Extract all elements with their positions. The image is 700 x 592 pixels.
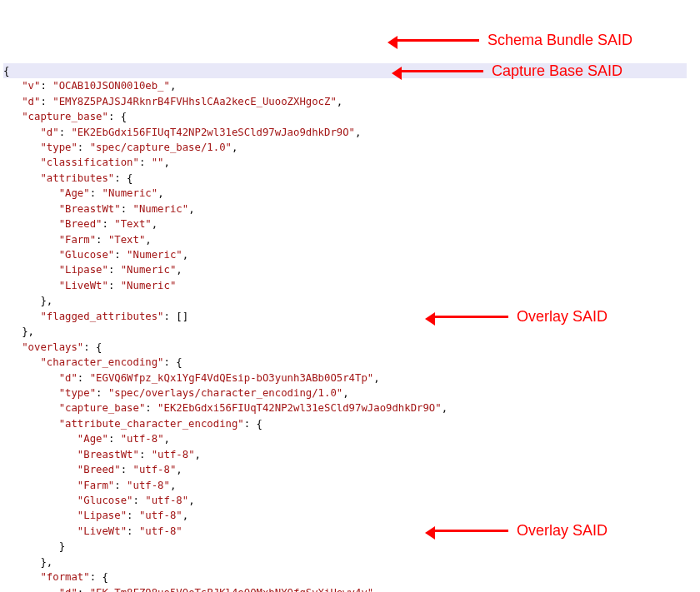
line: "LiveWt": "utf-8" <box>3 525 182 537</box>
annotation-schema-bundle-said: Schema Bundle SAID <box>488 29 632 52</box>
line: "flagged_attributes": [] <box>3 311 188 322</box>
line: "Age": "utf-8", <box>3 433 170 445</box>
line: }, <box>3 295 52 306</box>
line: "type": "spec/overlays/character_encodin… <box>3 387 349 399</box>
line: "classification": "", <box>3 157 170 168</box>
line: "v": "OCAB10JSON0010eb_", <box>3 80 176 92</box>
line: }, <box>3 326 34 337</box>
line: "Glucose": "utf-8", <box>3 495 195 506</box>
line: "overlays": { <box>3 341 102 353</box>
line: "BreastWt": "Numeric", <box>3 203 195 215</box>
line: "Farm": "utf-8", <box>3 480 176 491</box>
line: "attribute_character_encoding": { <box>3 418 262 430</box>
line: }, <box>3 556 52 568</box>
line: "type": "spec/capture_base/1.0", <box>3 142 238 153</box>
line: "character_encoding": { <box>3 356 182 368</box>
line: "d": "EMY8Z5PAJSJ4RknrB4FVHhslCAa2kecE_U… <box>3 96 342 107</box>
arrow-icon <box>433 530 508 532</box>
line: "d": "EK2EbGdxi56FIUqT42NP2wl31eSCld97wJ… <box>3 127 361 138</box>
line: "d": "EGVQ6Wfpz_kQx1YgF4VdQEsip-bO3yunh3… <box>3 372 380 384</box>
arrow-icon <box>396 39 479 42</box>
line: "Lipase": "utf-8", <box>3 510 188 521</box>
line: "BreastWt": "utf-8", <box>3 449 201 460</box>
line: "capture_base": { <box>3 111 127 122</box>
line: "capture_base": "EK2EbGdxi56FIUqT42NP2wl… <box>3 402 448 414</box>
line: "Glucose": "Numeric", <box>3 249 188 261</box>
line: } <box>3 540 65 552</box>
annotation-overlay-said-1: Overlay SAID <box>517 306 608 328</box>
annotation-overlay-said-2: Overlay SAID <box>517 520 608 542</box>
line: "Age": "Numeric", <box>3 187 164 199</box>
line: "Breed": "utf-8", <box>3 464 182 475</box>
line: "Farm": "Text", <box>3 234 152 246</box>
line: "Lipase": "Numeric", <box>3 264 182 276</box>
line: "LiveWt": "Numeric" <box>3 280 176 291</box>
line: "Breed": "Text", <box>3 218 158 230</box>
line: "d": "EK_Tm8FZ98uo5VQoTsPJKl4eOQMxbNYOfg… <box>3 587 380 592</box>
line: "format": { <box>3 571 108 583</box>
line: "attributes": { <box>3 172 132 184</box>
arrow-icon <box>433 316 508 318</box>
